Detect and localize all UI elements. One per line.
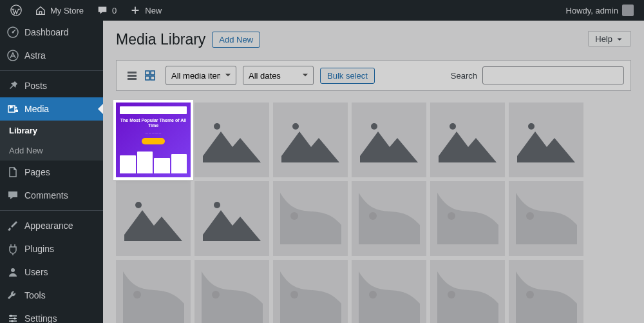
image-placeholder-icon — [439, 114, 497, 166]
site-name: My Store — [50, 6, 84, 15]
grid-view-button[interactable] — [141, 66, 159, 84]
image-placeholder-icon — [280, 193, 341, 244]
image-placeholder-icon — [437, 271, 498, 323]
filter-dates[interactable]: All dates — [243, 66, 314, 85]
settings-icon — [6, 312, 19, 323]
grid-icon — [144, 69, 156, 82]
my-account[interactable]: Howdy, admin — [561, 0, 639, 21]
site-name-link[interactable]: My Store — [30, 0, 89, 21]
admin-sidebar: Dashboard Astra Posts Media Library Add … — [0, 21, 103, 323]
admin-bar: My Store 0 New Howdy, admin — [0, 0, 644, 21]
search-input[interactable] — [482, 66, 624, 84]
media-item[interactable] — [273, 103, 348, 177]
sidebar-submenu-media: Library Add New — [0, 121, 103, 161]
sidebar-label: Plugins — [24, 244, 54, 254]
sidebar-label: Settings — [24, 313, 57, 323]
user-icon — [6, 266, 19, 279]
media-item[interactable] — [116, 181, 191, 256]
sidebar-label: Astra — [24, 50, 46, 61]
sidebar-label: Posts — [24, 81, 47, 91]
sidebar-item-dashboard[interactable]: Dashboard — [0, 21, 103, 44]
sidebar-item-astra[interactable]: Astra — [0, 44, 103, 67]
main-content: Help Media Library Add New All media ite… — [103, 21, 644, 323]
media-grid: The Most Popular Theme of All Time— — — … — [116, 103, 631, 323]
brush-icon — [6, 219, 19, 232]
media-item[interactable] — [194, 181, 269, 256]
sidebar-item-media[interactable]: Media — [0, 97, 103, 121]
list-icon — [126, 69, 138, 82]
media-item[interactable] — [352, 181, 426, 256]
image-placeholder-icon — [517, 114, 575, 166]
wp-logo[interactable] — [5, 0, 27, 21]
image-placeholder-icon — [437, 193, 498, 244]
view-switch — [123, 66, 159, 84]
media-icon — [6, 103, 19, 115]
media-item[interactable] — [273, 260, 348, 323]
media-item[interactable] — [194, 103, 269, 177]
sidebar-separator — [0, 210, 103, 211]
list-view-button[interactable] — [123, 66, 141, 84]
image-placeholder-icon — [360, 114, 418, 166]
attachment-thumbnail: The Most Popular Theme of All Time— — — … — [116, 103, 191, 177]
media-toolbar: All media items All dates Bulk select Se… — [116, 60, 631, 91]
page-icon — [6, 166, 19, 179]
plug-icon — [6, 242, 19, 255]
page-title: Media Library — [116, 31, 205, 48]
astra-icon — [6, 49, 19, 62]
sidebar-item-users[interactable]: Users — [0, 260, 103, 284]
add-new-button[interactable]: Add New — [212, 32, 260, 48]
media-item[interactable] — [352, 103, 426, 177]
sidebar-item-posts[interactable]: Posts — [0, 74, 103, 97]
new-content-link[interactable]: New — [124, 0, 167, 21]
comment-icon — [6, 189, 19, 202]
media-item[interactable] — [194, 260, 269, 323]
sidebar-label: Library — [9, 126, 37, 135]
sidebar-item-tools[interactable]: Tools — [0, 284, 103, 307]
comments-link[interactable]: 0 — [91, 0, 122, 21]
avatar — [622, 5, 634, 16]
image-placeholder-icon — [281, 114, 339, 166]
new-label: New — [145, 6, 162, 15]
wrench-icon — [6, 289, 19, 302]
home-icon — [35, 5, 46, 16]
media-item[interactable] — [430, 260, 505, 323]
caret-down-icon — [615, 35, 624, 44]
media-item[interactable] — [352, 260, 426, 323]
help-label: Help — [595, 34, 612, 44]
media-item[interactable] — [509, 103, 583, 177]
sidebar-item-pages[interactable]: Pages — [0, 161, 103, 184]
media-item[interactable] — [116, 260, 191, 323]
sidebar-item-appearance[interactable]: Appearance — [0, 214, 103, 237]
sidebar-subitem-library[interactable]: Library — [0, 121, 103, 141]
sidebar-item-comments[interactable]: Comments — [0, 184, 103, 207]
sidebar-label: Comments — [24, 190, 68, 201]
sidebar-subitem-add-new[interactable]: Add New — [0, 141, 103, 161]
sidebar-item-plugins[interactable]: Plugins — [0, 237, 103, 260]
comments-count: 0 — [112, 6, 117, 15]
help-button[interactable]: Help — [588, 31, 631, 47]
sidebar-label: Pages — [24, 167, 50, 177]
filter-media-type[interactable]: All media items — [166, 66, 236, 85]
media-item[interactable] — [430, 181, 505, 256]
sidebar-item-settings[interactable]: Settings — [0, 307, 103, 323]
image-placeholder-icon — [203, 193, 261, 244]
image-placeholder-icon — [280, 271, 341, 323]
image-placeholder-icon — [202, 271, 263, 323]
media-item[interactable] — [509, 181, 583, 256]
image-placeholder-icon — [124, 193, 182, 244]
pin-icon — [6, 79, 19, 92]
image-placeholder-icon — [203, 114, 261, 166]
plus-icon — [129, 5, 141, 16]
image-placeholder-icon — [123, 271, 184, 323]
bulk-select-button[interactable]: Bulk select — [320, 68, 375, 84]
media-item[interactable]: The Most Popular Theme of All Time— — — … — [116, 103, 191, 177]
media-item[interactable] — [509, 260, 583, 323]
dashboard-icon — [6, 26, 19, 39]
sidebar-label: Appearance — [24, 220, 73, 231]
media-item[interactable] — [273, 181, 348, 256]
media-item[interactable] — [430, 103, 505, 177]
image-placeholder-icon — [516, 271, 577, 323]
comment-icon — [97, 5, 108, 16]
sidebar-label: Dashboard — [24, 27, 69, 37]
sidebar-label: Add New — [9, 146, 43, 155]
